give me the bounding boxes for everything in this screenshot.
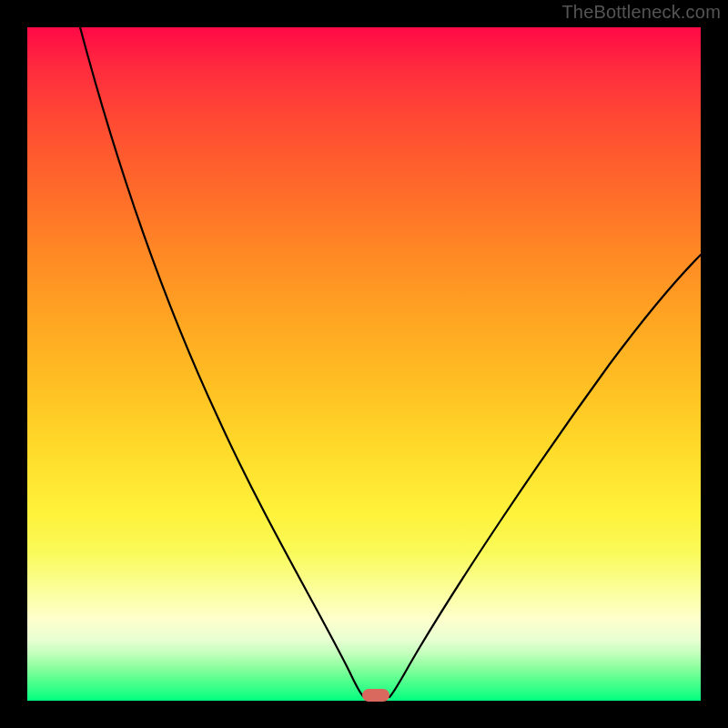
curve-right [389,255,701,697]
watermark-text: TheBottleneck.com [561,2,721,23]
curve-left [80,27,364,697]
chart-frame: TheBottleneck.com [0,0,728,728]
min-marker [362,689,389,702]
chart-svg [27,27,701,701]
plot-area [27,27,701,701]
